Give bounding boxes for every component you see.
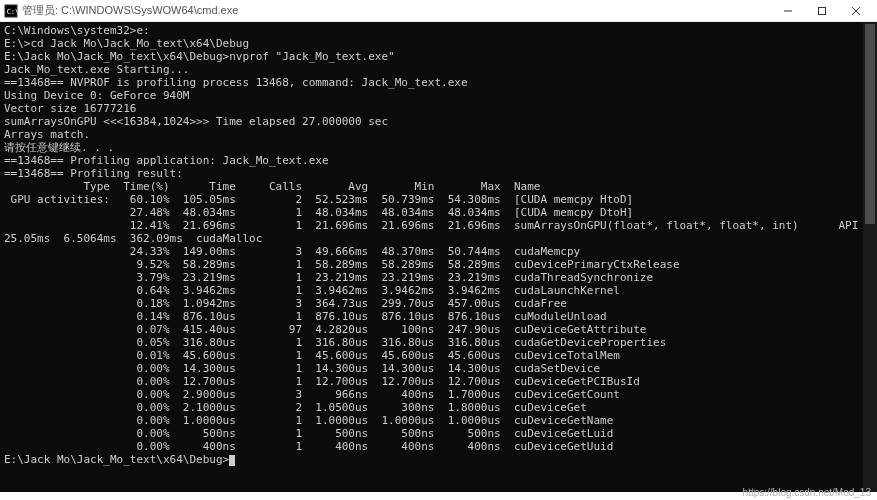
titlebar-controls bbox=[771, 1, 873, 21]
terminal-line: 25.05ms 6.5064ms 362.09ms cudaMalloc bbox=[4, 232, 873, 245]
terminal-line: 0.00% 500ns 1 500ns 500ns 500ns cuDevice… bbox=[4, 427, 873, 440]
terminal-line: 0.64% 3.9462ms 1 3.9462ms 3.9462ms 3.946… bbox=[4, 284, 873, 297]
terminal-line: sumArraysOnGPU <<<16384,1024>>> Time ela… bbox=[4, 115, 873, 128]
terminal-line: 3.79% 23.219ms 1 23.219ms 23.219ms 23.21… bbox=[4, 271, 873, 284]
minimize-icon bbox=[783, 6, 793, 16]
maximize-button[interactable] bbox=[805, 1, 839, 21]
window-title: 管理员: C:\WINDOWS\SysWOW64\cmd.exe bbox=[22, 3, 238, 18]
terminal-line: ==13468== NVPROF is profiling process 13… bbox=[4, 76, 873, 89]
terminal-line: E:\Jack Mo\Jack_Mo_text\x64\Debug>nvprof… bbox=[4, 50, 873, 63]
close-icon bbox=[851, 6, 861, 16]
terminal-line: 24.33% 149.00ms 3 49.666ms 48.370ms 50.7… bbox=[4, 245, 873, 258]
scrollbar-thumb[interactable] bbox=[865, 24, 875, 224]
terminal-line: Type Time(%) Time Calls Avg Min Max Name bbox=[4, 180, 873, 193]
terminal-line: 27.48% 48.034ms 1 48.034ms 48.034ms 48.0… bbox=[4, 206, 873, 219]
close-button[interactable] bbox=[839, 1, 873, 21]
terminal-line: 0.18% 1.0942ms 3 364.73us 299.70us 457.0… bbox=[4, 297, 873, 310]
terminal-line: 12.41% 21.696ms 1 21.696ms 21.696ms 21.6… bbox=[4, 219, 873, 232]
terminal-line: E:\Jack Mo\Jack_Mo_text\x64\Debug> bbox=[4, 453, 873, 466]
terminal-line: Using Device 0: GeForce 940M bbox=[4, 89, 873, 102]
terminal-line: E:\>cd Jack Mo\Jack_Mo_text\x64\Debug bbox=[4, 37, 873, 50]
terminal-output[interactable]: C:\Windows\system32>e:E:\>cd Jack Mo\Jac… bbox=[0, 22, 877, 492]
vertical-scrollbar[interactable] bbox=[863, 22, 877, 492]
svg-text:C:\: C:\ bbox=[7, 7, 18, 15]
terminal-line: ==13468== Profiling application: Jack_Mo… bbox=[4, 154, 873, 167]
terminal-line: 请按任意键继续. . . bbox=[4, 141, 873, 154]
terminal-line: GPU activities: 60.10% 105.05ms 2 52.523… bbox=[4, 193, 873, 206]
watermark: https://blog.csdn.net/Mod_13 bbox=[743, 487, 871, 498]
terminal-line: 0.07% 415.40us 97 4.2820us 100ns 247.90u… bbox=[4, 323, 873, 336]
terminal-line: ==13468== Profiling result: bbox=[4, 167, 873, 180]
titlebar-left: C:\ 管理员: C:\WINDOWS\SysWOW64\cmd.exe bbox=[4, 3, 238, 18]
svg-rect-3 bbox=[819, 7, 826, 14]
terminal-line: 0.00% 12.700us 1 12.700us 12.700us 12.70… bbox=[4, 375, 873, 388]
titlebar[interactable]: C:\ 管理员: C:\WINDOWS\SysWOW64\cmd.exe bbox=[0, 0, 877, 22]
terminal-line: 9.52% 58.289ms 1 58.289ms 58.289ms 58.28… bbox=[4, 258, 873, 271]
terminal-line: Vector size 16777216 bbox=[4, 102, 873, 115]
terminal-line: 0.00% 2.9000us 3 966ns 400ns 1.7000us cu… bbox=[4, 388, 873, 401]
terminal-line: 0.00% 2.1000us 2 1.0500us 300ns 1.8000us… bbox=[4, 401, 873, 414]
terminal-line: Arrays match. bbox=[4, 128, 873, 141]
cursor bbox=[229, 455, 235, 466]
maximize-icon bbox=[817, 6, 827, 16]
minimize-button[interactable] bbox=[771, 1, 805, 21]
terminal-line: Jack_Mo_text.exe Starting... bbox=[4, 63, 873, 76]
terminal-line: C:\Windows\system32>e: bbox=[4, 24, 873, 37]
terminal-line: 0.05% 316.80us 1 316.80us 316.80us 316.8… bbox=[4, 336, 873, 349]
terminal-line: 0.00% 400ns 1 400ns 400ns 400ns cuDevice… bbox=[4, 440, 873, 453]
cmd-window: C:\ 管理员: C:\WINDOWS\SysWOW64\cmd.exe C:\… bbox=[0, 0, 877, 492]
cmd-icon: C:\ bbox=[4, 4, 18, 18]
terminal-line: 0.00% 14.300us 1 14.300us 14.300us 14.30… bbox=[4, 362, 873, 375]
terminal-line: 0.14% 876.10us 1 876.10us 876.10us 876.1… bbox=[4, 310, 873, 323]
terminal-line: 0.00% 1.0000us 1 1.0000us 1.0000us 1.000… bbox=[4, 414, 873, 427]
terminal-line: 0.01% 45.600us 1 45.600us 45.600us 45.60… bbox=[4, 349, 873, 362]
